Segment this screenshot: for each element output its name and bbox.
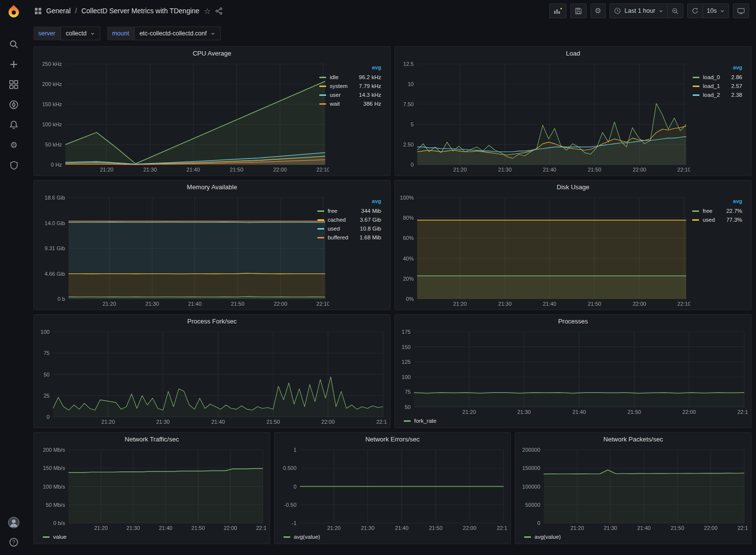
svg-text:7.50: 7.50 (403, 101, 414, 107)
refresh-button[interactable] (688, 4, 702, 18)
panel-title-network-packets[interactable]: Network Packets/sec (515, 433, 751, 445)
time-range-label: Last 1 hour (624, 7, 655, 14)
svg-text:12.5: 12.5 (403, 61, 414, 67)
star-icon[interactable]: ☆ (204, 6, 211, 16)
navbar-actions: ⚙ Last 1 hour 10s (549, 3, 749, 18)
panel-disk-usage: Disk Usage 0%20%40%60%80%100%21:2021:302… (394, 180, 752, 310)
legend-series-value: 22.7% (718, 208, 742, 214)
dashboard-grid-icon[interactable] (34, 7, 42, 15)
zoom-out-button[interactable] (667, 4, 683, 18)
svg-text:25: 25 (44, 393, 50, 399)
variable-server-value[interactable]: collectd (60, 27, 100, 40)
svg-text:21:30: 21:30 (126, 525, 140, 531)
server-admin-shield-icon[interactable] (8, 159, 20, 171)
legend-series-name: avg(value) (294, 534, 320, 540)
legend-series-value: 386 Hz (356, 101, 381, 107)
main-content: General / CollectD Server Metrics with T… (28, 0, 756, 555)
user-avatar[interactable] (8, 517, 20, 528)
processes-legend: fork_rate (398, 416, 748, 426)
share-icon[interactable] (215, 7, 223, 15)
legend-series-name: load_1 (703, 83, 720, 89)
dashboard-settings-button[interactable]: ⚙ (591, 4, 605, 18)
svg-text:22:10: 22:10 (497, 525, 507, 531)
svg-text:14.0 Gib: 14.0 Gib (45, 220, 65, 226)
alerting-bell-icon[interactable] (8, 119, 20, 131)
legend-series-name: buffered (328, 234, 348, 240)
variable-mount-label: mount (107, 27, 134, 40)
panel-title-network-errors[interactable]: Network Errors/sec (275, 433, 510, 445)
panel-title-processes[interactable]: Processes (395, 315, 751, 327)
legend-item-load_1[interactable]: load_12.57 (692, 82, 743, 90)
svg-text:50: 50 (44, 372, 50, 378)
panel-process-fork: Process Fork/sec 025507510021:2021:3021:… (33, 314, 391, 428)
svg-text:21:20: 21:20 (101, 419, 115, 425)
svg-text:21:30: 21:30 (145, 301, 159, 307)
grafana-logo[interactable] (6, 4, 21, 19)
series-color-swatch (693, 94, 700, 96)
variable-mount: mount etc-collectd-collectd.conf (107, 27, 221, 40)
svg-text:50000: 50000 (525, 502, 540, 508)
series-color-swatch (43, 536, 50, 538)
svg-text:21:50: 21:50 (627, 409, 641, 415)
legend-item-free[interactable]: free22.7% (691, 206, 743, 215)
svg-text:150 Mb/s: 150 Mb/s (43, 465, 65, 471)
svg-text:175: 175 (402, 329, 411, 335)
refresh-interval-label: 10s (707, 7, 717, 14)
dashboard-title: CollectD Server Metrics with TDengine (82, 7, 199, 15)
create-plus-icon[interactable] (8, 58, 20, 70)
process-fork-chart: 025507510021:2021:3021:4021:5022:0022:10 (37, 327, 387, 426)
svg-text:21:30: 21:30 (498, 301, 512, 307)
panel-title-network-traffic[interactable]: Network Traffic/sec (34, 433, 270, 445)
breadcrumb-separator: / (75, 7, 77, 15)
save-dashboard-button[interactable] (571, 4, 586, 18)
variable-mount-value[interactable]: etc-collectd-collectd.conf (134, 27, 221, 40)
svg-text:0: 0 (293, 484, 296, 490)
memory-available-chart: 0 b4.66 Gib9.31 Gib14.0 Gib18.6 Gib21:20… (37, 193, 312, 308)
panel-title-load[interactable]: Load (395, 47, 751, 59)
legend-item-avg(value)[interactable]: avg(value) (283, 534, 320, 540)
legend-item-load_2[interactable]: load_22.38 (692, 90, 743, 99)
panel-title-disk-usage[interactable]: Disk Usage (395, 180, 751, 193)
legend-series-name: used (328, 226, 340, 232)
panel-network-errors: Network Errors/sec -1-0.5000.500121:2021… (274, 432, 511, 544)
panel-title-process-fork[interactable]: Process Fork/sec (34, 315, 390, 327)
svg-text:4.66 Gib: 4.66 Gib (45, 271, 65, 277)
panel-cpu-average: CPU Average 0 Hz50 kHz100 kHz150 kHz200 … (33, 46, 391, 176)
svg-text:21:40: 21:40 (187, 167, 200, 173)
add-panel-button[interactable] (550, 4, 566, 18)
legend-stat-header: avg (691, 197, 743, 206)
svg-text:22:00: 22:00 (224, 525, 237, 531)
svg-text:150000: 150000 (522, 465, 540, 471)
legend-series-name: avg(value) (534, 534, 561, 540)
dashboards-icon[interactable] (8, 79, 20, 90)
legend-item-avg(value)[interactable]: avg(value) (524, 534, 561, 540)
configuration-gear-icon[interactable]: ⚙ (8, 139, 20, 151)
svg-text:22:10: 22:10 (256, 525, 267, 531)
help-icon[interactable]: ? (8, 536, 20, 548)
panel-title-memory-available[interactable]: Memory Available (34, 180, 390, 193)
refresh-interval-picker[interactable]: 10s (702, 4, 728, 18)
svg-text:100: 100 (402, 374, 411, 380)
legend-item-used[interactable]: used77.3% (691, 215, 743, 224)
legend-series-value: 2.38 (724, 92, 742, 98)
legend-item-load_0[interactable]: load_02.86 (692, 73, 743, 82)
svg-text:22:00: 22:00 (633, 301, 646, 307)
panel-network-traffic: Network Traffic/sec 0 b/s50 Mb/s100 Mb/s… (33, 432, 270, 544)
legend-item-fork_rate[interactable]: fork_rate (404, 418, 436, 424)
breadcrumb-folder[interactable]: General (46, 7, 71, 15)
legend-item-value[interactable]: value (43, 534, 67, 540)
svg-text:75: 75 (44, 350, 50, 356)
svg-text:22:00: 22:00 (682, 409, 696, 415)
search-icon[interactable] (8, 38, 20, 50)
panel-title-cpu-average[interactable]: CPU Average (34, 47, 390, 59)
explore-compass-icon[interactable] (8, 99, 20, 111)
chevron-down-icon (659, 9, 663, 13)
kiosk-tv-button[interactable] (733, 4, 749, 18)
network-traffic-chart: 0 b/s50 Mb/s100 Mb/s150 Mb/s200 Mb/s21:2… (37, 445, 267, 532)
variable-server: server collectd (33, 27, 100, 40)
time-range-picker[interactable]: Last 1 hour (610, 4, 667, 18)
svg-text:0%: 0% (406, 296, 414, 302)
svg-text:22:00: 22:00 (633, 167, 646, 173)
svg-text:200 Mb/s: 200 Mb/s (43, 447, 65, 453)
legend-series-name: load_0 (703, 74, 720, 80)
